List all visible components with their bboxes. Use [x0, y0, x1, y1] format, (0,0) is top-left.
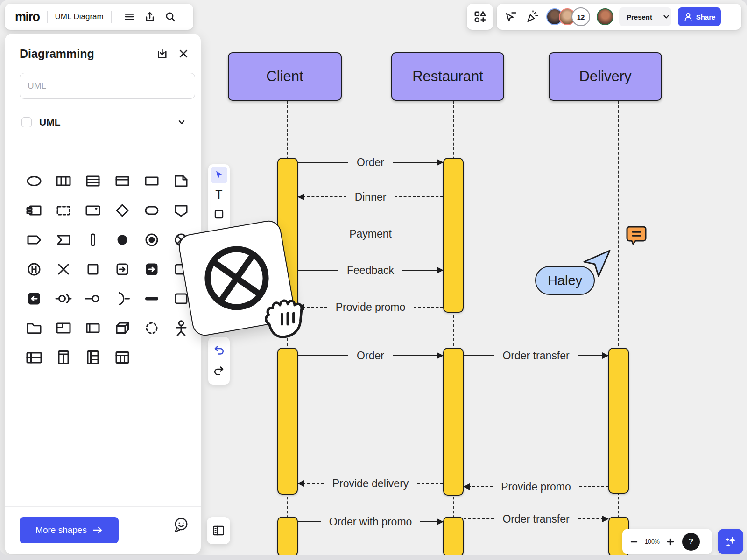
shape-square-icon[interactable] [78, 254, 107, 284]
shape-rect-3-rows-icon[interactable] [78, 166, 107, 196]
message-label: Order transfer [494, 350, 578, 362]
message[interactable]: Order with promo [298, 515, 443, 529]
shape-exit-node-filled-icon[interactable] [137, 254, 166, 284]
shape-table-left-rows-icon[interactable] [19, 343, 49, 372]
shape-thick-dash-icon[interactable] [137, 284, 166, 313]
shape-left-band-rect-icon[interactable] [78, 313, 107, 343]
message[interactable]: Order [298, 155, 443, 169]
close-panel-button[interactable] [176, 47, 190, 61]
message[interactable]: Order transfer [464, 512, 608, 526]
collaborator-count-badge[interactable]: 12 [571, 7, 590, 26]
shape-initial-node-icon[interactable] [107, 225, 137, 254]
shape-interface-circle-icon[interactable] [49, 284, 78, 313]
message[interactable]: Order transfer [464, 349, 608, 363]
shape-rounded-rect-icon[interactable] [137, 196, 166, 225]
miro-app-window: OrderDinnerPaymentFeedbackProvide promoO… [0, 0, 747, 555]
activation-bar[interactable] [608, 348, 629, 494]
shape-tag-pentagon-icon[interactable] [19, 225, 49, 254]
avatar-stack[interactable]: 12 [546, 7, 613, 26]
arrowhead-right-icon [437, 518, 444, 525]
shape-rect-header-icon[interactable] [107, 166, 137, 196]
shape-receive-signal-icon[interactable] [49, 225, 78, 254]
redo-button[interactable] [213, 364, 225, 378]
shape-table-header-columns-icon[interactable] [107, 343, 137, 372]
arrowhead-right-icon [437, 159, 444, 166]
sparkles-icon [723, 534, 738, 549]
minus-icon [629, 537, 639, 546]
arrowhead-left-icon [297, 480, 304, 487]
uml-section-checkbox[interactable] [21, 117, 32, 127]
arrowhead-left-icon [297, 194, 304, 200]
shape-exit-node-outline-icon[interactable] [107, 254, 137, 284]
shape-cross-icon[interactable] [49, 254, 78, 284]
shape-socket-arc-icon[interactable] [107, 284, 137, 313]
comment-icon[interactable] [626, 224, 648, 248]
shape-ellipse-icon[interactable] [19, 166, 49, 196]
shape-enter-node-filled-icon[interactable] [19, 284, 49, 313]
message[interactable]: Provide promo [298, 300, 443, 314]
message[interactable]: Provide delivery [298, 476, 443, 490]
actor-box-delivery[interactable]: Delivery [549, 52, 662, 101]
shape-folder-package-icon[interactable] [19, 313, 49, 343]
help-button[interactable]: ? [682, 533, 700, 551]
zoom-level[interactable]: 100% [642, 539, 662, 545]
more-shapes-button[interactable]: More shapes [20, 517, 119, 543]
activation-bar[interactable] [277, 348, 298, 495]
feedback-button[interactable] [171, 515, 190, 535]
activation-bar[interactable] [443, 158, 464, 313]
shape-note-icon[interactable] [166, 166, 196, 196]
activation-bar[interactable] [277, 517, 298, 555]
arrowhead-left-icon [463, 483, 470, 490]
shape-search-input[interactable] [20, 81, 195, 91]
message-label: Feedback [338, 264, 402, 277]
shape-rect-3-columns-icon[interactable] [49, 166, 78, 196]
select-tool[interactable] [211, 167, 227, 183]
message-label: Order [348, 350, 393, 362]
message-label: Payment [341, 228, 400, 240]
activation-bar[interactable] [443, 348, 464, 496]
shape-history-node-icon[interactable] [19, 254, 49, 284]
shape-object-dot-icon[interactable] [78, 196, 107, 225]
message[interactable]: Order [298, 349, 443, 363]
message-label: Provide delivery [324, 477, 417, 490]
shape-final-node-icon[interactable] [137, 225, 166, 254]
actor-box-client[interactable]: Client [228, 52, 342, 101]
message[interactable]: Payment [298, 227, 443, 241]
ai-assistant-button[interactable] [718, 529, 743, 554]
shape-activation-bar-icon[interactable] [78, 225, 107, 254]
shape-component-icon[interactable] [19, 196, 49, 225]
download-tray-icon [156, 48, 169, 60]
message-label: Order transfer [494, 513, 578, 525]
message-label: Provide promo [327, 301, 414, 314]
collaborator-name: Haley [548, 273, 582, 288]
activation-bar[interactable] [443, 517, 464, 555]
text-tool[interactable]: T [211, 186, 227, 203]
sidebar-toggle-button[interactable] [207, 517, 230, 544]
arrow-right-icon [92, 526, 103, 534]
message[interactable]: Feedback [298, 263, 443, 277]
shape-table-two-columns-icon[interactable] [49, 343, 78, 372]
zoom-out-button[interactable] [626, 534, 642, 550]
arrowhead-right-icon [602, 352, 609, 359]
shape-table-band-rows-icon[interactable] [78, 343, 107, 372]
section-chevron-icon[interactable] [177, 118, 186, 126]
actor-box-restaurant[interactable]: Restaurant [391, 52, 504, 101]
shape-frame-icon[interactable] [49, 313, 78, 343]
shape-dashed-circle-icon[interactable] [137, 313, 166, 343]
shape-tool[interactable] [211, 206, 227, 223]
message[interactable]: Provide promo [464, 480, 608, 494]
shape-package-shield-icon[interactable] [166, 196, 196, 225]
message[interactable]: Dinner [298, 190, 443, 204]
undo-button[interactable] [213, 343, 225, 357]
install-shape-pack-button[interactable] [155, 47, 169, 61]
shape-dashed-rect-icon[interactable] [49, 196, 78, 225]
arrowhead-right-icon [602, 516, 609, 522]
avatar-3[interactable] [597, 8, 613, 25]
shape-lollipop-interface-icon[interactable] [78, 284, 107, 313]
zoom-bar: 100% ? [622, 529, 712, 554]
zoom-in-button[interactable] [662, 534, 678, 550]
shape-decision-diamond-icon[interactable] [107, 196, 137, 225]
shape-rectangle-icon[interactable] [137, 166, 166, 196]
shape-search-box [20, 73, 195, 99]
shape-cube-node-icon[interactable] [107, 313, 137, 343]
